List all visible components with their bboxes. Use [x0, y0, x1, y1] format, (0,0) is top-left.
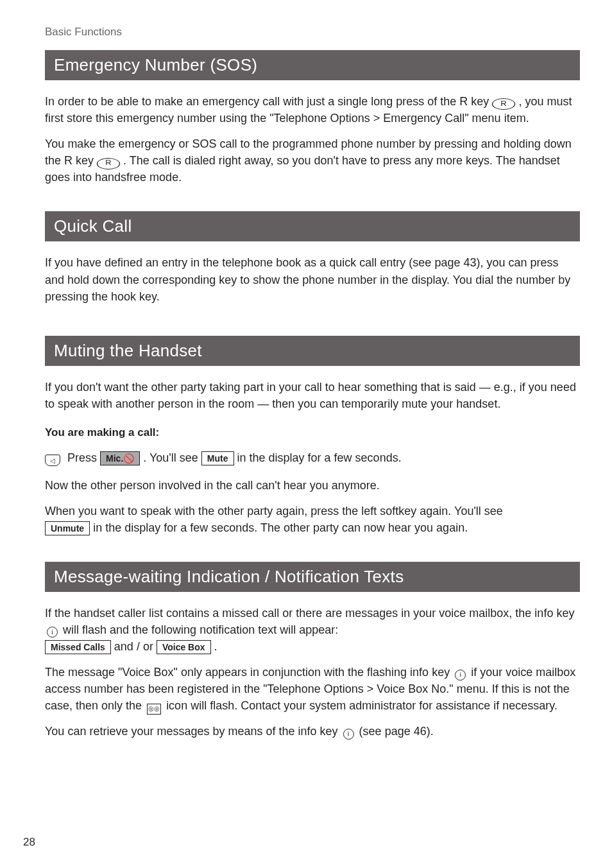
text: The message "Voice Box" only appears in … — [45, 666, 453, 679]
text: (see page 46). — [359, 725, 434, 738]
info-key-icon: i — [455, 670, 466, 681]
missed-calls-label-box: Missed Calls — [45, 640, 111, 654]
muting-instruction: ◁ Press Mic.🚫 . You'll see Mute in the d… — [45, 448, 580, 468]
mute-label-box: Mute — [201, 451, 234, 465]
unmute-label-box: Unmute — [45, 521, 90, 535]
text: . — [214, 640, 217, 653]
r-key-icon: R — [97, 158, 120, 169]
text: . You'll see — [143, 451, 198, 464]
text: in the display for a few seconds. — [237, 451, 402, 464]
text: and / or — [114, 640, 157, 653]
text: icon will flash. Contact your system adm… — [166, 699, 557, 712]
text: When you want to speak with the other pa… — [45, 505, 503, 517]
emergency-para1: In order to be able to make an emergency… — [45, 93, 580, 126]
voice-box-label-box: Voice Box — [157, 640, 211, 654]
text: . The call is dialed right away, so you … — [45, 154, 560, 184]
breadcrumb: Basic Functions — [45, 26, 580, 39]
softkey-icon: ◁ — [45, 455, 60, 466]
section-header-emergency: Emergency Number (SOS) — [45, 50, 580, 80]
mwi-para3: You can retrieve your messages by means … — [45, 723, 580, 740]
muting-para2: Now the other person involved in the cal… — [45, 477, 580, 494]
info-key-icon: i — [343, 729, 354, 740]
text: in the display for a few seconds. The ot… — [93, 521, 468, 534]
mic-label-box: Mic.🚫 — [100, 451, 140, 465]
text: You can retrieve your messages by means … — [45, 725, 341, 738]
text: Press — [67, 451, 97, 464]
section-header-quickcall: Quick Call — [45, 211, 580, 241]
mwi-para1: If the handset caller list contains a mi… — [45, 605, 580, 655]
section-header-muting: Muting the Handset — [45, 336, 580, 366]
section-header-mwi: Message-waiting Indication / Notificatio… — [45, 562, 580, 592]
page-number: 28 — [23, 836, 35, 849]
quickcall-para1: If you have defined an entry in the tele… — [45, 254, 580, 304]
tape-icon: ◎◎ — [147, 704, 161, 715]
text: will flash and the following notificatio… — [63, 623, 338, 636]
text: In order to be able to make an emergency… — [45, 95, 492, 108]
muting-bold-line: You are making a call: — [45, 426, 580, 439]
text: If the handset caller list contains a mi… — [45, 607, 574, 620]
r-key-icon: R — [492, 98, 515, 110]
emergency-para2: You make the emergency or SOS call to th… — [45, 135, 580, 186]
muting-para3: When you want to speak with the other pa… — [45, 503, 580, 536]
muting-para1: If you don't want the other party taking… — [45, 379, 580, 412]
mwi-para2: The message "Voice Box" only appears in … — [45, 664, 580, 714]
info-key-icon: i — [47, 627, 58, 638]
